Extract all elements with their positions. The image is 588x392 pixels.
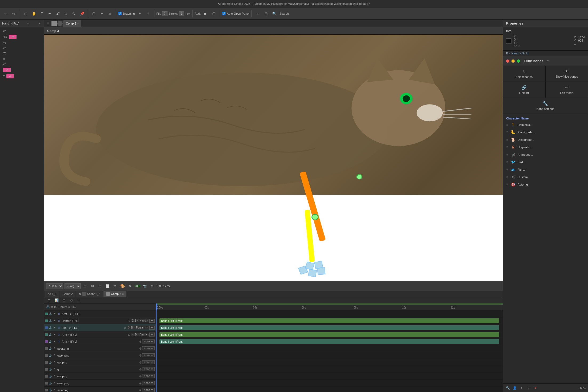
select-bones-btn[interactable]: ↖ Select bones xyxy=(503,66,546,82)
tab-comp3[interactable]: Comp 3 ≡ xyxy=(103,291,126,297)
layer-row-0[interactable]: ⚓ ★ fx Arm... > [Fr.L] xyxy=(44,310,156,317)
layer-row-5[interactable]: ⚓ / pper.png ◎ None ▼ xyxy=(44,345,156,352)
eye-icon-2[interactable]: ◎ xyxy=(123,326,127,330)
parent-dropdown-5[interactable]: None ▼ xyxy=(142,346,155,350)
left-item-6[interactable]: et xyxy=(0,61,44,67)
add-play-icon[interactable]: ▶ xyxy=(202,10,209,17)
left-item-1[interactable]: 4% ⇄ xyxy=(0,34,44,40)
eye-icon-4[interactable]: ◎ xyxy=(138,340,142,343)
refresh-icon[interactable]: ↻ xyxy=(127,283,133,289)
parent-dropdown-1[interactable]: ▼ xyxy=(149,319,155,323)
undo-icon[interactable]: ↩ xyxy=(2,10,10,17)
brush-tool-icon[interactable]: 🖌 xyxy=(54,10,62,17)
eye-icon-7[interactable]: ◎ xyxy=(138,361,142,364)
eye-icon-11[interactable]: ◎ xyxy=(138,388,142,392)
light-tool-icon[interactable]: ◈ xyxy=(106,10,114,17)
eye-icon-8[interactable]: ◎ xyxy=(138,367,142,371)
eye-icon-9[interactable]: ◎ xyxy=(138,374,142,378)
layer-row-2[interactable]: ⚓ ★ fx For... > [Fr.L] ◎ 3. B < Forearm … xyxy=(44,324,156,331)
char-item-custom[interactable]: ⠿ ⚙ Custom xyxy=(503,173,588,181)
parent-dropdown-6[interactable]: None ▼ xyxy=(142,353,155,357)
motion-blur-icon[interactable]: ≋ xyxy=(149,283,155,289)
tab-comp3-menu[interactable]: ≡ xyxy=(122,293,124,295)
tl-layer-icon[interactable]: ☰ xyxy=(76,297,82,303)
pen-tool-icon[interactable]: ✒ xyxy=(46,10,54,17)
fit-icon[interactable]: ⊡ xyxy=(82,283,88,289)
eye-icon-10[interactable]: ◎ xyxy=(138,381,142,385)
snapping-checkbox[interactable] xyxy=(118,12,122,15)
zoom-select[interactable]: 100% xyxy=(46,283,63,289)
roto-tool-icon[interactable]: ⊕ xyxy=(70,10,78,17)
color-picker-icon[interactable]: 🎨 xyxy=(119,283,125,289)
shape-tool-icon[interactable]: ⬡ xyxy=(90,10,98,17)
search-icon[interactable]: 🔍 xyxy=(271,10,278,17)
parent-dropdown-3[interactable]: ▼ xyxy=(149,333,155,337)
snap-icon3[interactable]: ⌗ xyxy=(145,10,152,17)
char-item-autorig[interactable]: ⠿ 🎯 Auto-rig xyxy=(503,181,588,188)
tl-draft-icon[interactable]: ◎ xyxy=(69,297,74,303)
duik-heart-icon[interactable]: ♥ xyxy=(533,385,538,391)
layer-row-8[interactable]: ⚓ / g ◎ None ▼ xyxy=(44,366,156,373)
view-icon[interactable]: ⊡ xyxy=(97,283,103,289)
left-panel-expand-icon[interactable]: » xyxy=(37,21,42,26)
parent-dropdown-8[interactable]: None ▼ xyxy=(142,367,155,371)
mask-icon[interactable]: ⬜ xyxy=(105,283,110,289)
layer-row-9[interactable]: ⚓ / oot.png ◎ None ▼ xyxy=(44,373,156,380)
text-tool-icon[interactable]: T xyxy=(38,10,46,17)
layer-row-3[interactable]: ⚓ ★ fx Arm > [Fr.L] ◎ 4. B < Arm > [ ▼ xyxy=(44,331,156,338)
tab-comp2[interactable]: Comp 2 xyxy=(60,291,76,297)
comp-tab-menu[interactable]: ≡ xyxy=(77,22,79,25)
char-item-hominoid[interactable]: ⠿ 🚶 Hominoid... xyxy=(503,121,588,129)
stroke-value[interactable]: ? xyxy=(179,11,184,16)
select-tool-icon[interactable]: ◻ xyxy=(22,10,30,17)
duik-person-icon[interactable]: 👤 xyxy=(512,385,517,391)
left-item-8[interactable]: 2 ⇄ xyxy=(0,73,44,79)
redo-icon[interactable]: ↪ xyxy=(10,10,18,17)
layer-row-4[interactable]: ⚓ ★ fx Arm > [Fr.L] ◎ None ▼ xyxy=(44,338,156,345)
duik-help-icon[interactable]: ? xyxy=(526,385,531,391)
eye-icon-6[interactable]: ◎ xyxy=(138,354,142,357)
comp-close-icon[interactable]: ✕ xyxy=(45,21,51,26)
workspace-icon[interactable]: ⊞ xyxy=(262,10,270,17)
show-hide-bones-btn[interactable]: 👁 Show/hide bones xyxy=(546,66,588,82)
pin-tool-icon[interactable]: 📌 xyxy=(78,10,86,17)
parent-dropdown-11[interactable]: None ▼ xyxy=(142,388,155,392)
layer-row-10[interactable]: ⚓ / ower.png ◎ None ▼ xyxy=(44,380,156,387)
eraser-tool-icon[interactable]: ◇ xyxy=(62,10,70,17)
layer-row-7[interactable]: ⚓ / oot.png ◎ None ▼ xyxy=(44,359,156,366)
fill-value[interactable]: ? xyxy=(162,11,167,16)
tab-scene13[interactable]: ✕ Scene1_3 xyxy=(76,291,103,297)
tl-graph-icon[interactable]: 📊 xyxy=(54,297,59,303)
link-art-btn[interactable]: 🔗 Link art xyxy=(503,82,546,98)
camera-tool-icon[interactable]: ⌖ xyxy=(98,10,106,17)
left-item-2[interactable]: % xyxy=(0,40,44,45)
parent-dropdown-9[interactable]: None ▼ xyxy=(142,374,155,378)
left-panel-menu-icon[interactable]: ≡ xyxy=(26,21,30,26)
snap-icon2[interactable]: ⌖ xyxy=(136,10,143,17)
tab-scene13-close[interactable]: ✕ xyxy=(79,292,81,296)
duik-menu-icon[interactable]: ≡ xyxy=(547,59,549,63)
snap-view-icon[interactable]: ⊞ xyxy=(90,283,95,289)
more-tools-icon[interactable]: » xyxy=(254,10,261,17)
eye-icon-1[interactable]: ◎ xyxy=(127,319,131,323)
char-item-plantigrade[interactable]: ⠿ 🦶 Plantigrade... xyxy=(503,129,588,136)
camera-view-icon[interactable]: 📷 xyxy=(142,283,148,289)
playhead[interactable] xyxy=(156,303,157,392)
parent-dropdown-7[interactable]: None ▼ xyxy=(142,360,155,364)
layer-row-11[interactable]: ⚓ / wen.png ◎ None ▼ xyxy=(44,387,156,392)
comp-tab-active[interactable]: Comp 3 ≡ xyxy=(63,20,81,27)
panel-close-green[interactable] xyxy=(517,59,520,63)
left-item-4[interactable]: 73 xyxy=(0,51,44,56)
tl-solo-icon[interactable]: ⊙ xyxy=(46,297,52,303)
eye-icon-3[interactable]: ◎ xyxy=(127,333,131,337)
char-item-arthropod[interactable]: ⠿ 🦟 Arthropod... xyxy=(503,151,588,158)
hand-tool-icon[interactable]: ✋ xyxy=(30,10,38,17)
edit-mode-btn[interactable]: ✏ Edit mode xyxy=(546,82,588,98)
bone-settings-btn[interactable]: 🔧 Bone settings xyxy=(503,98,588,114)
tl-motion-icon[interactable]: ⊡ xyxy=(61,297,67,303)
left-item-5[interactable]: 0 xyxy=(0,56,44,61)
duik-wrench-icon[interactable]: 🔧 xyxy=(505,385,510,391)
layer-row-6[interactable]: ⚓ / ower.png ◎ None ▼ xyxy=(44,352,156,359)
char-item-digitigrade[interactable]: ⠿ 🐕 Digitigrade... xyxy=(503,136,588,143)
left-item-3[interactable]: et xyxy=(0,45,44,51)
